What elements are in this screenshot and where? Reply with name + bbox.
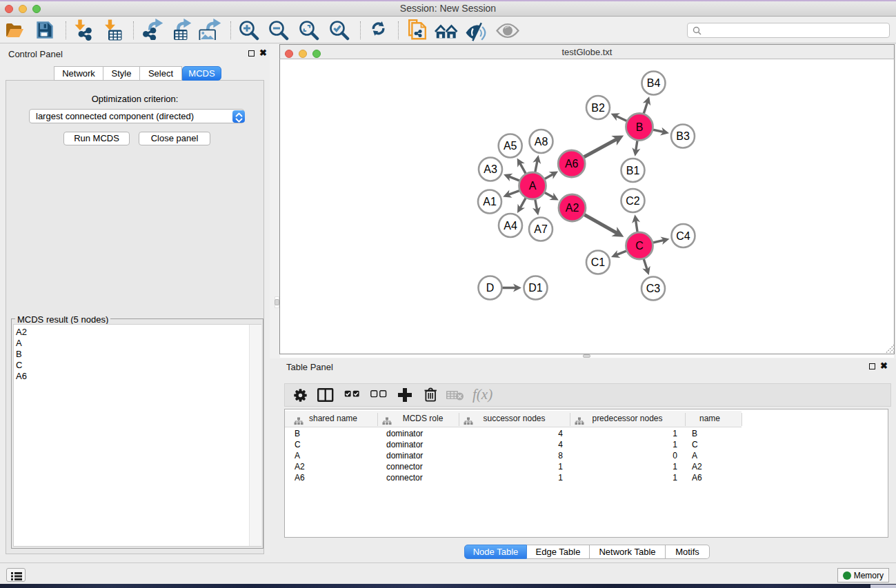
svg-text:B4: B4 xyxy=(647,77,661,89)
svg-text:B3: B3 xyxy=(676,130,690,142)
svg-text:C: C xyxy=(635,240,644,252)
svg-text:A6: A6 xyxy=(565,158,579,170)
svg-text:A4: A4 xyxy=(504,220,517,232)
svg-text:D: D xyxy=(486,282,495,294)
svg-text:D1: D1 xyxy=(528,282,543,294)
svg-text:B: B xyxy=(636,121,644,133)
svg-text:A7: A7 xyxy=(534,223,548,235)
svg-text:A1: A1 xyxy=(483,196,497,207)
svg-text:C1: C1 xyxy=(591,256,606,268)
svg-text:A: A xyxy=(529,180,537,192)
svg-text:B2: B2 xyxy=(591,102,605,114)
svg-text:C2: C2 xyxy=(626,195,640,207)
svg-text:B1: B1 xyxy=(626,165,640,176)
svg-text:A2: A2 xyxy=(566,202,579,214)
svg-text:A8: A8 xyxy=(535,136,548,148)
svg-text:A3: A3 xyxy=(484,163,497,175)
svg-text:A5: A5 xyxy=(504,140,517,152)
svg-text:C3: C3 xyxy=(646,283,661,294)
svg-text:C4: C4 xyxy=(676,230,690,242)
